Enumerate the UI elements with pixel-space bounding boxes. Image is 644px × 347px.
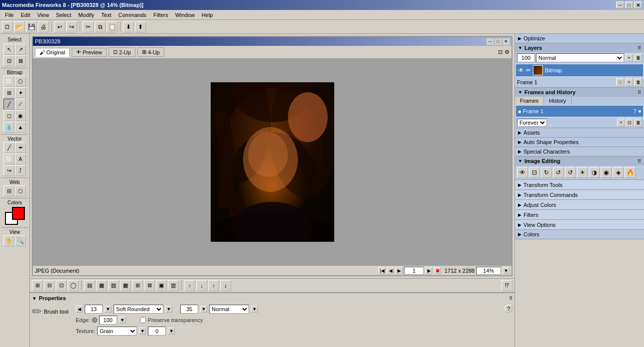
hotspot-tool[interactable]: ⬡ bbox=[15, 185, 26, 196]
skew-tool[interactable]: ⊠ bbox=[15, 55, 26, 66]
auto-shape-header[interactable]: ▶ Auto Shape Properties bbox=[515, 138, 644, 147]
adjust-colors-section[interactable]: ▶ Adjust Colors bbox=[515, 200, 644, 210]
menu-text[interactable]: Text bbox=[98, 11, 114, 18]
opacity-dropdown[interactable]: ▼ bbox=[200, 306, 207, 313]
layers-new-btn[interactable]: + bbox=[625, 54, 633, 62]
brush-size-input[interactable] bbox=[85, 305, 103, 314]
magic-wand-tool[interactable]: ✦ bbox=[15, 87, 26, 98]
print-button[interactable]: 🖨 bbox=[38, 21, 49, 32]
transform-commands-section[interactable]: ▶ Transform Commands bbox=[515, 190, 644, 200]
new-button[interactable]: 🗋 bbox=[2, 21, 13, 32]
export-button[interactable]: ⬆ bbox=[135, 21, 146, 32]
brush-tool[interactable]: ╱ bbox=[3, 99, 14, 110]
paint-bucket-tool[interactable]: ▲ bbox=[15, 122, 26, 133]
layer-edit-icon[interactable]: ✏ bbox=[526, 67, 531, 74]
special-chars-header[interactable]: ▶ Special Characters bbox=[515, 147, 644, 156]
menu-view[interactable]: View bbox=[34, 11, 52, 18]
frames-header[interactable]: ▼ Frames and History ⠿ bbox=[515, 88, 644, 97]
blur-tool[interactable]: ◉ bbox=[15, 110, 26, 121]
menu-help[interactable]: Help bbox=[199, 11, 216, 18]
blend-dropdown[interactable]: ▼ bbox=[251, 306, 258, 313]
blend-mode-select[interactable]: Normal Multiply Screen bbox=[209, 305, 249, 314]
image-editing-options[interactable]: ⠿ bbox=[638, 159, 641, 164]
zoom-level[interactable]: 14% bbox=[476, 267, 501, 275]
ie-transform-btn[interactable]: ⊡ bbox=[529, 167, 540, 178]
paste-button[interactable]: 📋 bbox=[107, 21, 118, 32]
doc-settings-icon[interactable]: ⚙ bbox=[505, 49, 510, 55]
pointer-tool[interactable]: ↖ bbox=[3, 44, 14, 55]
assets-header[interactable]: ▶ Assets bbox=[515, 128, 644, 137]
tab-2up[interactable]: ⊡ 2-Up bbox=[109, 47, 135, 57]
layers-options-icon[interactable]: ⠿ bbox=[638, 45, 641, 51]
menu-modify[interactable]: Modify bbox=[75, 11, 97, 18]
lasso-tool[interactable]: ⬡ bbox=[15, 76, 26, 87]
edge-value-input[interactable] bbox=[99, 316, 117, 325]
text-tool[interactable]: A bbox=[15, 154, 26, 165]
bt-btn-5[interactable]: ▤ bbox=[84, 280, 95, 291]
menu-window[interactable]: Window bbox=[172, 11, 198, 18]
redo-button[interactable]: ↪ bbox=[66, 21, 77, 32]
bt-btn-15[interactable]: ↑ bbox=[208, 280, 219, 291]
layer-new-layer-btn[interactable]: □ bbox=[616, 78, 624, 86]
brush-prev-button[interactable]: ◀ bbox=[76, 306, 83, 313]
bt-btn-2[interactable]: ⊟ bbox=[44, 280, 55, 291]
transform-tools-section[interactable]: ▶ Transform Tools bbox=[515, 180, 644, 190]
subselect-tool[interactable]: ↗ bbox=[15, 44, 26, 55]
tab-frames[interactable]: Frames bbox=[515, 97, 544, 105]
layer-new-sublayer-btn[interactable]: + bbox=[625, 78, 633, 86]
colors-header[interactable]: ▶ Colors bbox=[515, 230, 644, 239]
ie-brightness-btn[interactable]: ☀ bbox=[577, 167, 588, 178]
ie-eye-btn[interactable]: 👁 bbox=[517, 167, 528, 178]
doc-minimize-button[interactable]: ─ bbox=[487, 38, 494, 45]
frame-eye-icon[interactable]: ■ bbox=[518, 109, 521, 114]
zoom-tool[interactable]: 🔍 bbox=[15, 235, 26, 246]
layer-del-btn[interactable]: 🗑 bbox=[634, 78, 642, 86]
nav-prev-button[interactable]: ◀ bbox=[387, 267, 394, 274]
line-tool[interactable]: ╱ bbox=[3, 142, 14, 153]
menu-file[interactable]: File bbox=[2, 11, 17, 18]
brush-size-dropdown[interactable]: ▼ bbox=[105, 306, 112, 313]
bt-btn-6[interactable]: ▦ bbox=[96, 280, 107, 291]
brush-type-select[interactable]: Soft Rounded Hard Rounded Basic Calligra… bbox=[114, 305, 163, 314]
properties-toggle[interactable]: ▼ bbox=[32, 296, 37, 301]
hand-tool[interactable]: ✋ bbox=[3, 235, 14, 246]
filters-section[interactable]: ▶ Filters bbox=[515, 210, 644, 220]
tab-4up[interactable]: ⊞ 4-Up bbox=[137, 47, 164, 57]
pencil-tool[interactable]: ∕ bbox=[15, 99, 26, 110]
freeform-tool[interactable]: ↪ bbox=[3, 165, 14, 176]
frame-hide-icon[interactable]: ■ bbox=[639, 109, 641, 114]
bt-btn-14[interactable]: ↓ bbox=[196, 280, 207, 291]
bt-btn-1[interactable]: ⊞ bbox=[32, 280, 43, 291]
restore-button[interactable]: □ bbox=[625, 1, 633, 8]
layers-opacity-input[interactable] bbox=[517, 53, 535, 62]
frames-loop-select[interactable]: Forever 1 2 bbox=[517, 119, 547, 127]
edge-dropdown[interactable]: ▼ bbox=[119, 317, 126, 324]
layers-header[interactable]: ▼ Layers ⠿ bbox=[515, 43, 644, 52]
eraser-tool[interactable]: ◻ bbox=[3, 110, 14, 121]
bt-btn-10[interactable]: ⊠ bbox=[144, 280, 155, 291]
layers-blend-select[interactable]: Normal Multiply Screen bbox=[536, 53, 624, 62]
minimize-button[interactable]: ─ bbox=[616, 1, 624, 8]
close-button[interactable]: ✕ bbox=[634, 1, 642, 8]
opacity-input[interactable] bbox=[180, 305, 198, 314]
bt-btn-16[interactable]: ↕ bbox=[220, 280, 231, 291]
properties-info-button[interactable]: ⁉ bbox=[502, 280, 513, 291]
optimize-header[interactable]: ▶ Optimize bbox=[515, 34, 644, 43]
cut-button[interactable]: ✂ bbox=[83, 21, 94, 32]
bt-btn-8[interactable]: ▩ bbox=[120, 280, 131, 291]
frames-options-icon[interactable]: ⠿ bbox=[638, 90, 641, 95]
bt-btn-4[interactable]: ◯ bbox=[68, 280, 79, 291]
help-button[interactable]: ? bbox=[505, 305, 513, 313]
open-button[interactable]: 📂 bbox=[14, 21, 25, 32]
menu-commands[interactable]: Commands bbox=[116, 11, 149, 18]
slice-tool[interactable]: ⊟ bbox=[3, 185, 14, 196]
bt-btn-12[interactable]: ▥ bbox=[168, 280, 179, 291]
menu-select[interactable]: Select bbox=[53, 11, 74, 18]
nav-play-button[interactable]: ▶ bbox=[425, 267, 432, 274]
texture-value-input[interactable] bbox=[148, 327, 166, 336]
ie-contrast-btn[interactable]: ◑ bbox=[589, 167, 600, 178]
menu-edit[interactable]: Edit bbox=[18, 11, 33, 18]
ie-rotate-ccw-btn[interactable]: ↺ bbox=[553, 167, 564, 178]
layer-eye-icon[interactable]: 👁 bbox=[518, 67, 524, 74]
doc-restore-button[interactable]: □ bbox=[495, 38, 502, 45]
